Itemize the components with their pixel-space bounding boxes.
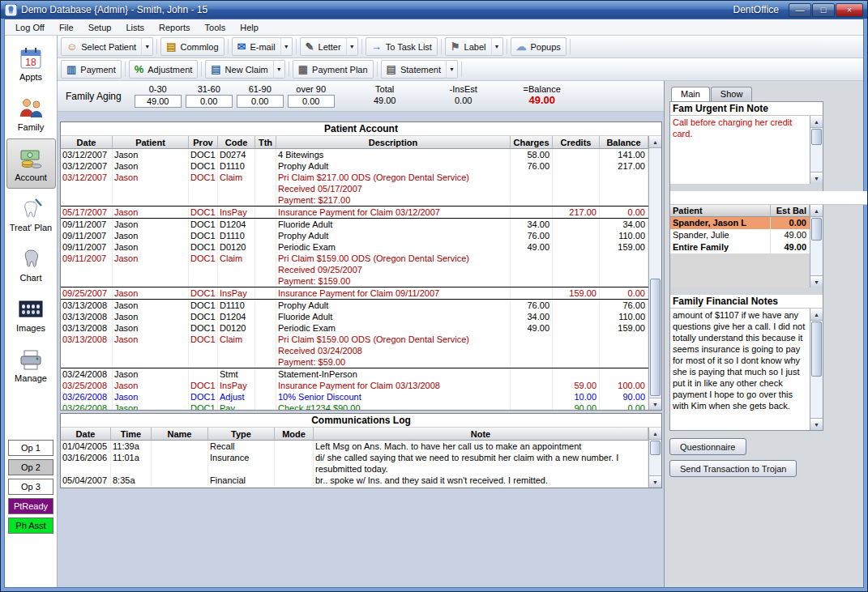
toolbar-button-popups[interactable]: ☁Popups	[511, 37, 567, 56]
sidebar-module-images[interactable]: Images	[6, 289, 56, 339]
menu-item-log-off[interactable]: Log Off	[8, 20, 52, 35]
payment-icon: ▥	[66, 64, 76, 75]
title-bar[interactable]: Demo Database {Admin} - Smith, John - 15…	[1, 1, 867, 19]
account-scrollbar[interactable]: ▲ ▼	[648, 136, 661, 410]
financial-notes-scrollbar[interactable]: ▲ ▼	[810, 309, 823, 430]
op-button-op-1[interactable]: Op 1	[8, 440, 53, 456]
sidebar-module-treat-plan[interactable]: Treat' Plan	[6, 189, 56, 239]
menu-item-setup[interactable]: Setup	[81, 20, 119, 35]
scroll-up-arrow[interactable]: ▲	[649, 136, 661, 148]
select-patient-row[interactable]: Spander, Jason L0.00	[670, 217, 810, 229]
commlog-row[interactable]: 03/16/200611:01aInsurancedi/ she called …	[61, 452, 648, 475]
commlog-row[interactable]: 05/04/20078:35aFinancialbr.. spoke w/ In…	[61, 475, 648, 486]
scrollbar-thumb[interactable]	[650, 441, 661, 455]
toolbar-button-adjustment[interactable]: %Adjustment	[129, 60, 199, 79]
questionnaire-button[interactable]: Questionnaire	[669, 438, 746, 455]
scroll-down-arrow[interactable]: ▼	[810, 418, 823, 430]
account-row[interactable]: 03/13/2008JasonDOC1D1110Prophy Adult76.0…	[61, 300, 648, 311]
window-title: Demo Database {Admin} - Smith, John - 15	[21, 4, 207, 15]
account-row[interactable]: 03/26/2008JasonDOC1Adjust10% Senior Disc…	[61, 391, 648, 402]
account-row[interactable]: 03/26/2008JasonDOC1PayCheck #1234 $90.00…	[61, 402, 648, 410]
account-row[interactable]: 09/11/2007JasonDOC1D0120Periodic Exam49.…	[61, 241, 648, 253]
op-button-ptready[interactable]: PtReady	[8, 498, 53, 514]
sidebar-module-appts[interactable]: 18Appts	[6, 38, 56, 88]
account-row[interactable]: 03/12/2007JasonDOC1ClaimPri Claim $217.0…	[61, 172, 648, 207]
toolbar-button-commlog[interactable]: ▤Commlog	[160, 37, 224, 56]
account-row[interactable]: 05/17/2007JasonDOC1InsPayInsurance Payme…	[61, 207, 648, 219]
toolbar-button-label[interactable]: ⚑Label	[445, 37, 492, 56]
toolbar-dropdown-new-claim[interactable]: ▼	[273, 60, 285, 79]
scroll-down-arrow[interactable]: ▼	[649, 475, 661, 488]
select-patient-row[interactable]: Entire Family49.00	[670, 241, 810, 253]
op-button-op-3[interactable]: Op 3	[8, 479, 53, 495]
sidebar-module-chart[interactable]: Chart	[6, 239, 56, 289]
toolbar-button-select-patient[interactable]: ☺Select Patient	[61, 37, 142, 56]
scroll-down-arrow[interactable]: ▼	[810, 172, 823, 184]
op-button-op-2[interactable]: Op 2	[8, 459, 53, 475]
account-row[interactable]: 09/11/2007JasonDOC1ClaimPri Claim $159.0…	[61, 253, 648, 287]
toolbar-button-e-mail[interactable]: ✉E-mail	[232, 37, 281, 56]
scrollbar-thumb[interactable]	[811, 218, 822, 241]
communications-log-title: Communications Log	[61, 414, 661, 428]
account-row[interactable]: 09/11/2007JasonDOC1D1204Fluoride Adult34…	[61, 219, 648, 230]
toolbar-button-payment-plan[interactable]: ▦Payment Plan	[293, 60, 374, 79]
toolbar-button-new-claim[interactable]: ▤New Claim	[205, 60, 273, 79]
sidebar-module-manage[interactable]: Manage	[6, 339, 56, 390]
tab-show[interactable]: Show	[711, 87, 753, 101]
account-row[interactable]: 09/25/2007JasonDOC1InsPayInsurance Payme…	[61, 287, 648, 300]
scrollbar-thumb[interactable]	[650, 279, 661, 396]
menu-item-tools[interactable]: Tools	[198, 20, 233, 35]
toolbar-dropdown-label[interactable]: ▼	[491, 37, 503, 56]
brand-text: DentOffice	[733, 4, 779, 15]
account-row[interactable]: 03/12/2007JasonDOC1D02744 Bitewings58.00…	[61, 149, 648, 160]
commlog-row[interactable]: 01/04/200511:39aRecallLeft Msg on Ans. M…	[61, 441, 648, 452]
tab-main[interactable]: Main	[671, 87, 710, 101]
maximize-button[interactable]: □	[812, 3, 835, 17]
urgent-note-scrollbar[interactable]: ▲ ▼	[810, 116, 823, 184]
scroll-up-arrow[interactable]: ▲	[810, 116, 823, 128]
commlog-scrollbar[interactable]: ▲ ▼	[648, 428, 661, 488]
menu-item-help[interactable]: Help	[233, 20, 266, 35]
send-transaction-to-trojan-button[interactable]: Send Transaction to Trojan	[669, 460, 797, 477]
toolbar-dropdown-statement[interactable]: ▼	[446, 60, 458, 79]
toolbar-separator	[507, 39, 507, 54]
toolbar-dropdown-letter[interactable]: ▼	[346, 37, 358, 56]
account-row[interactable]: 03/13/2008JasonDOC1D0120Periodic Exam49.…	[61, 322, 648, 334]
account-row[interactable]: 03/24/2008JasonStmtStatement-InPerson	[61, 368, 648, 380]
menu-item-file[interactable]: File	[52, 20, 81, 35]
account-row[interactable]: 03/12/2007JasonDOC1D1110Prophy Adult76.0…	[61, 160, 648, 172]
account-row[interactable]: 03/13/2008JasonDOC1D1204Fluoride Adult34…	[61, 311, 648, 322]
sidebar-module-account[interactable]: Account	[6, 138, 56, 189]
toolbar-dropdown-e-mail[interactable]: ▼	[280, 37, 293, 56]
scrollbar-thumb[interactable]	[811, 322, 822, 377]
scroll-down-arrow[interactable]: ▼	[810, 275, 823, 287]
account-row[interactable]: 09/11/2007JasonDOC1D1110Prophy Adult76.0…	[61, 230, 648, 241]
account-row[interactable]: 03/13/2008JasonDOC1ClaimPri Claim $159.0…	[61, 334, 648, 368]
menu-item-lists[interactable]: Lists	[118, 20, 152, 35]
op-button-ph-asst[interactable]: Ph Asst	[8, 517, 53, 534]
select-patient-row[interactable]: Spander, Julie49.00	[670, 229, 810, 241]
toolbar-separator	[296, 39, 297, 54]
images-icon	[18, 296, 44, 322]
column-charges: Charges	[511, 136, 553, 148]
toolbar-button-to-task-list[interactable]: →To Task List	[366, 37, 438, 56]
minimize-button[interactable]: —	[789, 3, 811, 17]
family-financial-notes-text[interactable]: amount of $1107 if we have any questions…	[670, 309, 810, 430]
scrollbar-thumb[interactable]	[811, 129, 822, 145]
select-patient-scrollbar[interactable]: ▲ ▼	[810, 205, 823, 287]
menu-item-reports[interactable]: Reports	[152, 20, 198, 35]
scroll-up-arrow[interactable]: ▲	[810, 205, 823, 217]
sidebar-module-family[interactable]: Family	[6, 88, 56, 138]
urgent-fin-note-text[interactable]: Call before charging her credit card.	[670, 116, 810, 184]
toolbar-button-letter[interactable]: ✎Letter	[300, 37, 347, 56]
scroll-up-arrow[interactable]: ▲	[649, 428, 661, 440]
scroll-up-arrow[interactable]: ▲	[810, 309, 823, 321]
toolbar-button-payment[interactable]: ▥Payment	[61, 60, 122, 79]
account-row[interactable]: 03/25/2008JasonDOC1InsPayInsurance Payme…	[61, 380, 648, 391]
column-patient: Patient	[670, 205, 771, 216]
close-button[interactable]: ×	[836, 3, 863, 17]
scroll-down-arrow[interactable]: ▼	[649, 398, 661, 410]
toolbar-button-statement[interactable]: ▤Statement	[381, 60, 447, 79]
aging-bucket-0-30: 0-3049.00	[135, 84, 182, 108]
toolbar-dropdown-select-patient[interactable]: ▼	[141, 37, 153, 56]
